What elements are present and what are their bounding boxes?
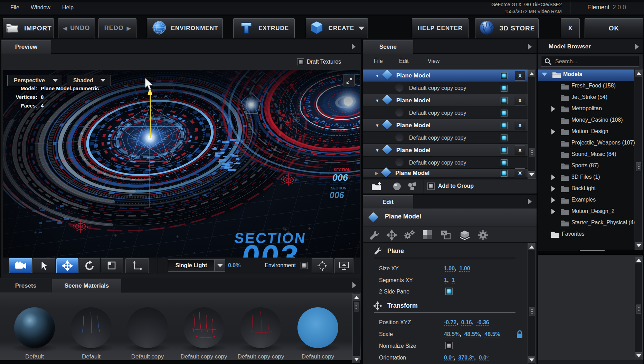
svg-text:006: 006 — [332, 172, 348, 183]
svg-text:SECTION: SECTION — [334, 168, 351, 172]
svg-text:003: 003 — [240, 238, 302, 258]
svg-text:006: 006 — [330, 190, 344, 200]
svg-text:165: 165 — [288, 115, 301, 124]
svg-text:SECTION: SECTION — [331, 186, 346, 190]
svg-text:SECTION: SECTION — [289, 112, 303, 116]
